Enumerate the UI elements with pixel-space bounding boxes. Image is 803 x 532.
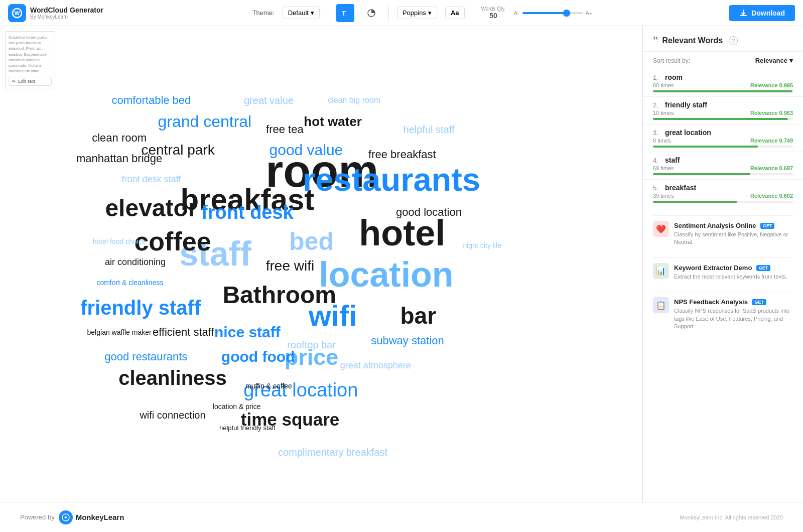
word-cloud-word[interactable]: great atmosphere — [340, 361, 411, 370]
word-cloud-word[interactable]: manhattan bridge — [76, 153, 162, 164]
relevant-score: Relevance 0.995 — [750, 82, 793, 88]
word-cloud-word[interactable]: location — [319, 257, 453, 292]
relevant-word: room — [665, 73, 683, 81]
word-cloud-word[interactable]: subway station — [371, 335, 444, 346]
word-cloud-word[interactable]: night city life — [463, 242, 501, 249]
word-cloud-word[interactable]: belgian waffle maker — [87, 329, 152, 336]
text-size-btn[interactable]: Aa — [445, 7, 465, 19]
word-cloud-word[interactable]: front desk staff — [122, 175, 181, 184]
sidebar-header: " Relevant Words ? — [643, 26, 803, 52]
monkey-learn-logo: MonkeyLearn — [59, 510, 124, 524]
chevron-down-icon-sort: ▾ — [789, 57, 793, 64]
word-cloud-word[interactable]: muffin & coffee — [245, 382, 292, 389]
word-cloud-word[interactable]: good value — [270, 143, 343, 158]
edit-text-button[interactable]: ✏ Edit Text — [9, 77, 52, 86]
tool-card[interactable]: 📊 Keyword Extractor Demo GET Extract the… — [653, 257, 793, 286]
word-cloud-word[interactable]: good restaurants — [104, 351, 187, 362]
word-cloud-word[interactable]: bed — [289, 229, 334, 254]
word-cloud-word[interactable]: location & price — [213, 403, 261, 410]
word-cloud-word[interactable]: good food — [221, 349, 295, 364]
word-cloud-word[interactable]: elevator — [105, 196, 197, 220]
relevant-num: 2. — [653, 101, 665, 109]
word-cloud-word[interactable]: clean room — [92, 132, 147, 144]
word-cloud-word[interactable]: hotel — [359, 215, 445, 251]
text-panel: Curabitur lorem purus nec justo faucibus… — [5, 31, 55, 89]
progress-fill — [653, 90, 792, 92]
font-value: Poppins — [403, 9, 426, 17]
color-icon-btn[interactable] — [362, 4, 380, 22]
sort-value: Relevance — [755, 57, 787, 64]
word-cloud-word[interactable]: air conditioning — [105, 257, 166, 267]
download-label: Download — [751, 9, 785, 17]
sidebar-title: Relevant Words — [662, 36, 723, 45]
tool-icon: ❤️ — [653, 221, 669, 237]
copyright: MonkeyLearn Inc. All rights reserved 202… — [680, 514, 783, 520]
wordcloud-area: Curabitur lorem purus nec justo faucibus… — [0, 26, 642, 502]
text-icon-btn[interactable]: T — [336, 4, 354, 22]
word-cloud-word[interactable]: front desk — [201, 203, 294, 222]
slider-thumb[interactable] — [563, 10, 570, 17]
logo-icon: W — [8, 4, 26, 22]
sort-select[interactable]: Relevance ▾ — [755, 57, 793, 64]
word-cloud-word[interactable]: friendly staff — [80, 298, 201, 318]
relevant-times: 80 times — [653, 82, 674, 88]
help-icon[interactable]: ? — [729, 36, 738, 45]
word-cloud-word[interactable]: hot water — [304, 115, 362, 128]
relevant-score: Relevance 0.697 — [750, 165, 793, 171]
word-cloud-word[interactable]: cleanliness — [118, 368, 227, 388]
sidebar: " Relevant Words ? Sort result by: Relev… — [642, 26, 803, 502]
word-cloud-word[interactable]: free tea — [266, 124, 304, 135]
word-cloud-word[interactable]: nice staff — [214, 325, 281, 340]
word-cloud-word[interactable]: wifi connection — [140, 410, 205, 420]
tool-desc: Classify by sentiment like Positive, Neg… — [674, 231, 793, 246]
word-cloud-word[interactable]: grand central — [158, 113, 251, 129]
relevant-item: 2. friendly staff 10 times Relevance 0.9… — [643, 97, 803, 124]
word-cloud-word[interactable]: great value — [244, 95, 294, 105]
relevant-score: Relevance 0.602 — [750, 193, 793, 199]
progress-bar — [653, 201, 793, 203]
ml-icon — [59, 510, 73, 524]
relevant-num: 3. — [653, 129, 665, 137]
svg-text:T: T — [342, 10, 346, 17]
main-content: Curabitur lorem purus nec justo faucibus… — [0, 26, 803, 502]
relevant-num: 1. — [653, 74, 665, 81]
word-cloud-word[interactable]: helpful staff — [404, 124, 455, 135]
word-cloud-word[interactable]: rooftop bar — [287, 340, 336, 350]
divider-1 — [328, 6, 328, 21]
progress-bar — [653, 118, 793, 120]
relevant-item: 4. staff 69 times Relevance 0.697 — [643, 152, 803, 180]
slider-fill — [522, 12, 565, 14]
font-select[interactable]: Poppins ▾ — [397, 7, 437, 19]
tool-info: Keyword Extractor Demo GET Extract the m… — [674, 263, 793, 281]
relevant-word: breakfast — [665, 184, 696, 192]
tool-badge: GET — [760, 223, 775, 229]
app-title: WordCloud Generator — [30, 6, 103, 14]
tool-desc: Extract the most relevant keywords from … — [674, 273, 793, 281]
pencil-icon: ✏ — [12, 79, 16, 84]
header-controls: Theme: Default ▾ T Poppins ▾ Aa Words Qt… — [123, 4, 721, 22]
word-cloud-word[interactable]: comfortable bed — [112, 95, 191, 106]
word-cloud-word[interactable]: clean big room — [328, 96, 380, 104]
word-cloud-word[interactable]: free wifi — [266, 259, 314, 273]
size-slider[interactable]: A- A+ — [514, 10, 593, 16]
tool-desc: Classify NPS responses for SaaS products… — [674, 307, 793, 330]
word-cloud-word[interactable]: hotel food choice — [93, 238, 146, 245]
word-cloud-word[interactable]: efficient staff — [153, 327, 214, 338]
words-qty-label: Words Qty. — [481, 6, 506, 12]
theme-select[interactable]: Default ▾ — [283, 7, 320, 19]
word-cloud-word[interactable]: free breakfast — [368, 149, 436, 160]
download-button[interactable]: Download — [729, 5, 795, 21]
word-cloud-word[interactable]: bar — [400, 304, 436, 327]
tool-card[interactable]: ❤️ Sentiment Analysis Online GET Classif… — [653, 215, 793, 251]
word-cloud-word[interactable]: comfort & cleanliness — [96, 279, 163, 286]
slider-track[interactable] — [522, 12, 583, 14]
word-cloud-word[interactable]: good location — [396, 207, 462, 218]
theme-value: Default — [288, 9, 309, 17]
footer: Powered by MonkeyLearn MonkeyLearn Inc. … — [0, 502, 803, 532]
word-cloud-word[interactable]: restaurants — [303, 163, 480, 196]
word-cloud-word[interactable]: complimentary breakfast — [278, 447, 387, 457]
tool-card[interactable]: 📋 NPS Feedback Analysis GET Classify NPS… — [653, 292, 793, 335]
word-cloud-word[interactable]: Bathroom — [222, 283, 336, 307]
edit-text-label: Edit Text — [18, 79, 35, 84]
word-cloud-word[interactable]: helpful friendly staff — [219, 424, 276, 431]
